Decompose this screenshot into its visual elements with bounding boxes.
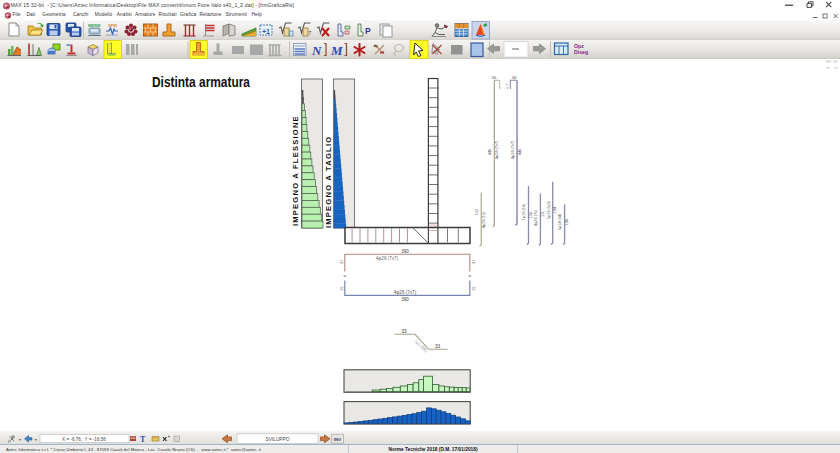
svg-text:33: 33 [435,344,441,349]
svg-text:Distinta armatura: Distinta armatura [152,73,251,90]
svg-text:30: 30 [492,75,497,80]
svg-text:1φ16 (16): 1φ16 (16) [522,203,526,220]
svg-text:5φ16 (5x5): 5φ16 (5x5) [547,200,551,219]
svg-text:4φ28 (7x7): 4φ28 (7x7) [511,140,515,159]
svg-text:7: 7 [309,30,312,36]
svg-text:21: 21 [339,259,344,264]
svg-text:156: 156 [529,212,533,218]
svg-text:30: 30 [512,75,517,80]
svg-text:198: 198 [565,219,569,225]
svg-text:MERM: MERM [88,23,101,28]
svg-text:4φ28 (7x): 4φ28 (7x) [534,209,538,226]
svg-text:33: 33 [401,329,407,334]
svg-text:SVILUPPO: SVILUPPO [266,437,290,442]
svg-text:4φ28 (7x7): 4φ28 (7x7) [495,140,499,159]
svg-text:4φ26 (7x7): 4φ26 (7x7) [394,290,417,295]
svg-text:IMPEGNO A FLESSIONE: IMPEGNO A FLESSIONE [291,115,300,226]
svg-text:390: 390 [401,249,409,254]
svg-text:N: N [311,43,322,58]
svg-text:+1: +1 [262,28,270,35]
svg-text:5: 5 [506,83,508,87]
svg-text:21: 21 [471,259,476,264]
svg-text:111: 111 [541,211,545,217]
svg-text:Diseg: Diseg [574,49,588,55]
svg-text:INV: INV [334,437,341,442]
svg-text:152: 152 [475,209,479,215]
svg-text:SPW: SPW [108,23,117,28]
svg-text:M: M [330,43,343,58]
svg-text:T: T [140,435,146,444]
svg-text:5φ14 (34): 5φ14 (34) [558,213,562,230]
svg-text:P: P [365,26,371,36]
svg-text:21: 21 [471,285,476,290]
svg-text:4φ26 (15): 4φ26 (15) [482,211,486,228]
svg-text:446: 446 [488,149,492,155]
svg-text:194: 194 [553,207,557,213]
svg-text:446: 446 [518,149,522,155]
svg-text:390: 390 [401,297,409,302]
svg-text:21: 21 [339,285,344,290]
svg-text:X = -6,76; Y = -16,56: X = -6,76; Y = -16,56 [62,437,106,442]
svg-text:IMPEGNO A TAGLIO: IMPEGNO A TAGLIO [324,136,333,228]
svg-text:4φ26 (7x7): 4φ26 (7x7) [376,256,399,261]
